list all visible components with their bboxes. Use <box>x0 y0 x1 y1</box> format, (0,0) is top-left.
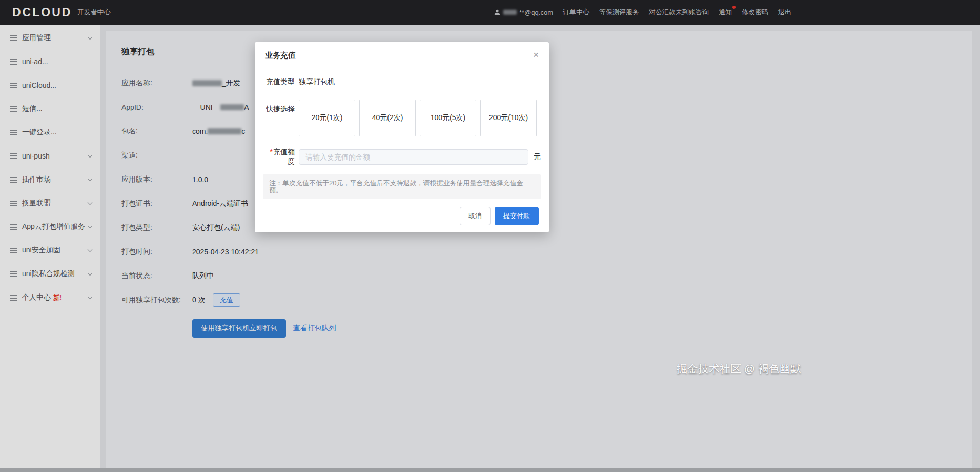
recharge-type-value: 独享打包机 <box>299 77 335 87</box>
amount-input[interactable] <box>299 149 528 165</box>
modal-title: 业务充值 <box>265 51 296 60</box>
submit-payment-button[interactable]: 提交付款 <box>495 207 539 225</box>
recharge-type-label: 充值类型 <box>263 77 295 87</box>
modal-footer: 取消 提交付款 <box>460 207 539 225</box>
watermark: 掘金技术社区 @ 褐色幽默 <box>677 362 801 376</box>
quick-options: 20元(1次) 40元(2次) 100元(5次) 200元(10次) <box>299 100 537 136</box>
quick-option-40[interactable]: 40元(2次) <box>359 100 416 136</box>
recharge-note: 注：单次充值不低于20元，平台充值后不支持退款，请根据业务使用量合理选择充值金额… <box>263 174 541 199</box>
required-mark: * <box>270 148 273 156</box>
quick-select-label: 快捷选择 <box>263 100 295 136</box>
recharge-modal: 业务充值 × 充值类型 独享打包机 快捷选择 20元(1次) 40元(2次) 1… <box>255 42 549 232</box>
amount-label: *充值额度 <box>263 148 295 166</box>
modal-header: 业务充值 × <box>255 42 549 61</box>
modal-body: 充值类型 独享打包机 快捷选择 20元(1次) 40元(2次) 100元(5次)… <box>255 61 549 199</box>
amount-row: *充值额度 元 <box>263 148 541 166</box>
quick-option-20[interactable]: 20元(1次) <box>299 100 355 136</box>
close-icon[interactable]: × <box>531 48 541 62</box>
quick-option-200[interactable]: 200元(10次) <box>480 100 537 136</box>
recharge-type-row: 充值类型 独享打包机 <box>263 77 541 87</box>
quick-select-row: 快捷选择 20元(1次) 40元(2次) 100元(5次) 200元(10次) <box>263 100 541 136</box>
amount-unit: 元 <box>534 152 541 162</box>
amount-label-text: 充值额度 <box>273 148 295 165</box>
cancel-button[interactable]: 取消 <box>460 207 491 225</box>
quick-option-100[interactable]: 100元(5次) <box>420 100 476 136</box>
